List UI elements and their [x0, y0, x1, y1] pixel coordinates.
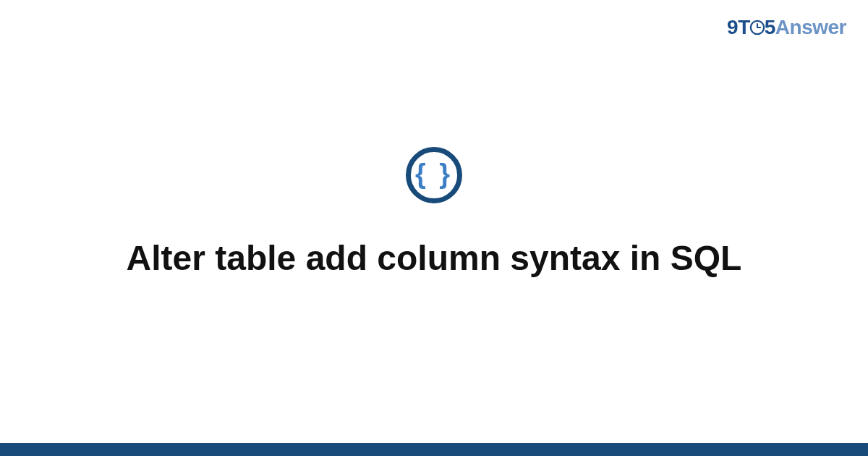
main-content: { } Alter table add column syntax in SQL [0, 0, 868, 456]
braces-glyph: { } [415, 160, 453, 187]
code-braces-icon: { } [406, 147, 462, 203]
page-title: Alter table add column syntax in SQL [127, 237, 742, 280]
footer-accent-bar [0, 443, 868, 456]
